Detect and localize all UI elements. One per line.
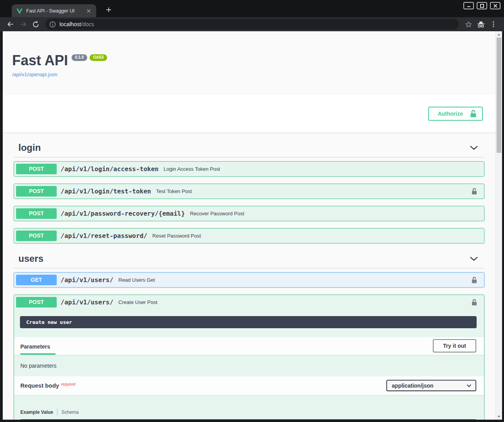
scrollbar-thumb[interactable] [497, 38, 501, 153]
op-path: /api/v1/reset-password/ [61, 232, 147, 240]
swagger-page: Fast API 0.1.0 OAS3 /api/v1/openapi.json… [3, 31, 495, 420]
model-example-tabs: Example Value Schema [14, 395, 484, 415]
op-path: /api/v1/login/access-token [61, 165, 158, 173]
browser-menu-icon[interactable] [488, 18, 499, 30]
url-text[interactable]: localhost/docs [59, 21, 94, 27]
op-summary-text: Read Users Get [118, 277, 472, 283]
method-badge: POST [16, 164, 57, 174]
opblock-create-user: POST /api/v1/users/ Create User Post Cre… [14, 295, 484, 420]
try-it-out-button[interactable]: Try it out [433, 339, 476, 352]
oas3-badge: OAS3 [90, 54, 107, 61]
example-code-block[interactable]: { [20, 419, 477, 420]
op-path: /api/v1/users/ [61, 299, 113, 306]
tag-header-users[interactable]: users [14, 253, 484, 268]
request-body-header: Request bodyrequired application/json [14, 376, 484, 395]
browser-tab[interactable]: Fast API - Swagger UI [12, 4, 96, 17]
opblock-summary[interactable]: POST /api/v1/reset-password/ Reset Passw… [14, 229, 484, 243]
api-info: Fast API 0.1.0 OAS3 /api/v1/openapi.json [3, 31, 495, 78]
address-bar[interactable]: localhost/docs [45, 19, 459, 30]
incognito-icon [475, 18, 487, 30]
opblock-summary[interactable]: POST /api/v1/login/access-token Login Ac… [14, 162, 484, 176]
op-description: Create new user [20, 316, 477, 328]
tag-header-login[interactable]: login [14, 142, 484, 157]
tab-schema[interactable]: Schema [57, 409, 79, 415]
method-badge: POST [16, 231, 57, 241]
titlebar: Fast API - Swagger UI [0, 0, 504, 17]
opblock-password-recovery: POST /api/v1/password-recovery/{email} R… [14, 206, 484, 221]
unlocked-padlock-icon [470, 110, 477, 118]
method-badge: POST [16, 208, 57, 219]
browser-window: Fast API - Swagger UI [0, 0, 504, 422]
chevron-down-icon[interactable] [470, 256, 478, 261]
bookmark-star-icon[interactable] [463, 18, 474, 30]
op-summary-text: Test Token Post [156, 188, 472, 194]
browser-toolbar: localhost/docs [0, 17, 504, 31]
request-body-label: Request body [20, 382, 59, 389]
close-button[interactable] [490, 2, 500, 9]
authorize-label: Authorize [438, 111, 463, 117]
auth-lock-icon[interactable] [472, 188, 477, 195]
opblock-read-users: GET /api/v1/users/ Read Users Get [14, 272, 484, 288]
url-path: /docs [81, 21, 94, 27]
no-parameters-text: No parameters [14, 355, 484, 376]
scheme-container: Authorize [3, 95, 495, 132]
parameters-header: Parameters Try it out [14, 337, 484, 355]
authorize-button[interactable]: Authorize [428, 107, 483, 121]
minimize-button[interactable] [463, 2, 474, 9]
chevron-down-icon[interactable] [470, 145, 478, 150]
reload-icon[interactable] [30, 18, 41, 30]
opblock-reset-password: POST /api/v1/reset-password/ Reset Passw… [14, 228, 484, 243]
badges: 0.1.0 OAS3 [72, 54, 107, 61]
window-controls [463, 2, 500, 9]
scroll-up-icon[interactable] [496, 32, 502, 37]
tag-name: users [18, 253, 43, 264]
back-icon[interactable] [5, 18, 16, 30]
forward-icon[interactable] [17, 18, 29, 30]
tag-name: login [18, 142, 41, 153]
op-summary-text: Recover Password Post [190, 211, 482, 216]
select-chevron-icon [466, 384, 472, 387]
opblock-summary[interactable]: POST /api/v1/users/ Create User Post [14, 295, 484, 309]
tab-title: Fast API - Swagger UI [26, 8, 82, 14]
auth-lock-icon[interactable] [472, 299, 477, 306]
scroll-down-icon[interactable] [496, 414, 502, 419]
tab-parameters[interactable]: Parameters [20, 343, 56, 355]
opblock-login-test-token: POST /api/v1/login/test-token Test Token… [14, 184, 484, 199]
opblock-summary[interactable]: POST /api/v1/password-recovery/{email} R… [14, 206, 484, 221]
op-path: /api/v1/password-recovery/{email} [61, 210, 185, 217]
op-summary-text: Create User Post [118, 299, 472, 305]
operations-list: login POST /api/v1/login/access-token Lo… [3, 142, 495, 420]
window-frame: Fast API 0.1.0 OAS3 /api/v1/openapi.json… [0, 31, 504, 422]
op-path: /api/v1/login/test-token [61, 188, 151, 195]
new-tab-button[interactable] [104, 5, 113, 14]
opblock-summary[interactable]: GET /api/v1/users/ Read Users Get [14, 273, 484, 287]
version-badge: 0.1.0 [72, 54, 87, 61]
api-title-row: Fast API 0.1.0 OAS3 [12, 53, 486, 68]
page-title: Fast API [12, 53, 68, 68]
site-info-icon[interactable] [49, 21, 56, 28]
op-summary-text: Login Access Token Post [163, 166, 482, 172]
method-badge: GET [16, 275, 57, 285]
media-type-select[interactable]: application/json [386, 380, 476, 391]
openapi-spec-link[interactable]: /api/v1/openapi.json [12, 72, 57, 77]
method-badge: POST [16, 297, 57, 308]
op-summary-text: Reset Password Post [152, 233, 482, 239]
favicon-icon [16, 8, 23, 14]
media-type-value: application/json [392, 383, 434, 389]
method-badge: POST [16, 186, 57, 197]
auth-wrapper: Authorize [3, 107, 495, 121]
maximize-button[interactable] [477, 2, 487, 9]
op-path: /api/v1/users/ [61, 276, 113, 284]
opblock-login-access-token: POST /api/v1/login/access-token Login Ac… [14, 161, 484, 177]
page-scrollbar[interactable] [495, 31, 502, 420]
auth-lock-icon[interactable] [472, 277, 477, 283]
request-body-label-wrap: Request bodyrequired [20, 382, 75, 389]
tab-close-icon[interactable] [85, 7, 92, 14]
tab-example-value[interactable]: Example Value [20, 409, 57, 415]
opblock-summary[interactable]: POST /api/v1/login/test-token Test Token… [14, 184, 484, 198]
required-flag: required [61, 382, 75, 386]
url-host: localhost [59, 21, 81, 27]
page-viewport: Fast API 0.1.0 OAS3 /api/v1/openapi.json… [3, 31, 502, 420]
